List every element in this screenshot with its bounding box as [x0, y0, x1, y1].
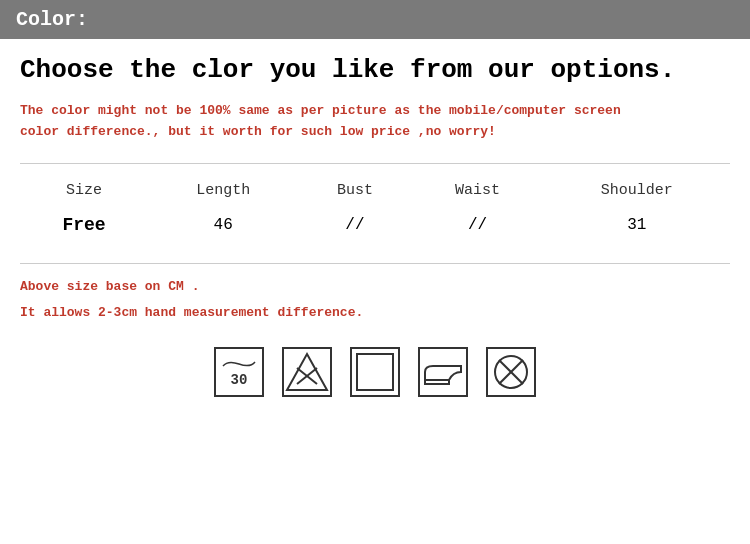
divider-2: [20, 263, 730, 264]
color-note-line2: color difference., but it worth for such…: [20, 122, 730, 143]
cell-waist: //: [412, 207, 544, 243]
header-bar: Color:: [0, 0, 750, 39]
no-bleach-icon: [281, 346, 333, 398]
svg-rect-6: [351, 348, 399, 396]
size-note: Above size base on CM . It allows 2-3cm …: [20, 274, 730, 326]
color-note: The color might not be 100% same as per …: [20, 101, 730, 143]
cell-length: 46: [148, 207, 298, 243]
iron-icon: [417, 346, 469, 398]
col-waist: Waist: [412, 174, 544, 207]
svg-rect-9: [425, 380, 449, 384]
main-title: Choose the clor you like from our option…: [20, 55, 730, 85]
table-header-row: Size Length Bust Waist Shoulder: [20, 174, 730, 207]
col-size: Size: [20, 174, 148, 207]
cell-bust: //: [298, 207, 412, 243]
cell-shoulder: 31: [543, 207, 730, 243]
care-icons-row: 30: [20, 346, 730, 398]
size-note-line1: Above size base on CM .: [20, 274, 730, 300]
col-bust: Bust: [298, 174, 412, 207]
svg-marker-3: [287, 354, 327, 390]
wash-30-icon: 30: [213, 346, 265, 398]
col-length: Length: [148, 174, 298, 207]
svg-rect-7: [357, 354, 393, 390]
cell-size: Free: [20, 207, 148, 243]
tumble-dry-icon: [349, 346, 401, 398]
svg-text:30: 30: [231, 372, 248, 388]
color-note-line1: The color might not be 100% same as per …: [20, 101, 730, 122]
size-table: Size Length Bust Waist Shoulder Free 46 …: [20, 174, 730, 243]
header-label: Color:: [16, 8, 734, 31]
table-row: Free 46 // // 31: [20, 207, 730, 243]
size-note-line2: It allows 2-3cm hand measurement differe…: [20, 300, 730, 326]
divider-1: [20, 163, 730, 164]
no-dry-clean-icon: [485, 346, 537, 398]
col-shoulder: Shoulder: [543, 174, 730, 207]
